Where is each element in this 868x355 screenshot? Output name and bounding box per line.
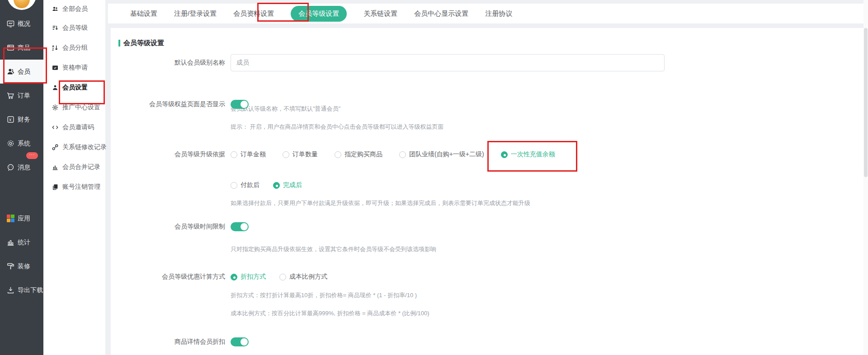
code-icon [51, 124, 59, 131]
discount-mode-label: 会员等级优惠计算方式 [111, 273, 225, 281]
sidebar-item-member-merge-record[interactable]: 会员合并记录 [43, 157, 105, 177]
sidebar-item-system[interactable]: 系统 [0, 131, 43, 155]
radio-team-performance[interactable]: 团队业绩(自购+一级+二级) [399, 150, 484, 159]
radio-discount-mode[interactable]: 折扣方式 [231, 273, 266, 281]
tab-member-center-display-settings[interactable]: 会员中心显示设置 [414, 9, 468, 18]
tab-relation-chain-settings[interactable]: 关系链设置 [363, 9, 397, 18]
download-icon [6, 286, 15, 295]
sort-az-icon: AZ [51, 44, 59, 52]
avatar[interactable] [7, 0, 36, 10]
sidebar-item-member-group[interactable]: AZ 会员分组 [43, 38, 105, 58]
radio-cost-ratio-mode[interactable]: 成本比例方式 [279, 273, 327, 281]
svg-text:¥: ¥ [9, 117, 11, 122]
tab-member-level-settings[interactable]: 会员等级设置 [291, 6, 347, 22]
sidebar-item-account-cancellation[interactable]: 账号注销管理 [43, 177, 105, 197]
radio-dot [279, 274, 286, 280]
sidebar-item-relation-chain-log[interactable]: 关系链修改记录 [43, 137, 105, 157]
radio-dot [231, 182, 237, 189]
settings-tabbar: 基础设置 注册/登录设置 会员资料设置 会员等级设置 关系链设置 会员中心显示设… [108, 4, 868, 23]
tab-register-login-settings[interactable]: 注册/登录设置 [174, 9, 217, 18]
radio-dot [399, 151, 406, 158]
sidebar-item-all-members[interactable]: 全部会员 [43, 0, 105, 18]
default-level-name-label: 默认会员级别名称 [111, 59, 225, 67]
toggle-knob [241, 223, 248, 230]
order-cart-icon [6, 91, 15, 100]
main-sidebar: 概况 商品 会员 订单 ¥ 财务 系统 ··· 消息 应用 [0, 0, 43, 355]
svg-text:Z: Z [52, 48, 54, 51]
detail-discount-label: 商品详情会员折扣 [111, 338, 225, 346]
tab-register-agreement[interactable]: 注册协议 [485, 9, 512, 18]
radio-dot [231, 151, 237, 158]
member-level-settings-panel: 会员等级设置 默认会员级别名称 会员默认等级名称，不填写默认"普通会员" 会员等… [111, 28, 863, 355]
paint-roller-icon [6, 262, 15, 271]
apps-grid-icon [6, 214, 15, 223]
sidebar-item-qualification-apply[interactable]: 资格申请 [43, 58, 105, 78]
finance-icon: ¥ [6, 115, 15, 124]
radio-dot [335, 151, 341, 158]
sidebar-item-promotion-center-settings[interactable]: 推广中心设置 [43, 98, 105, 117]
sort-desc-icon [51, 24, 59, 32]
sidebar-item-member[interactable]: 会员 [0, 60, 43, 84]
group-icon [51, 5, 59, 13]
sidebar-item-message[interactable]: ··· 消息 [0, 155, 43, 179]
detail-discount-toggle[interactable] [231, 337, 249, 346]
radio-one-time-recharge[interactable]: 一次性充值余额 [501, 150, 555, 159]
sidebar-item-member-settings[interactable]: 会员设置 [43, 78, 105, 98]
radio-dot-selected [231, 274, 237, 280]
member-sub-sidebar: 全部会员 会员等级 AZ 会员分组 资格申请 会员设置 推广中心设置 会员邀请码… [43, 0, 105, 355]
toggle-knob [241, 101, 248, 108]
radio-dot-selected [501, 151, 508, 158]
gear-icon [51, 104, 59, 112]
sidebar-item-overview[interactable]: 概况 [0, 12, 43, 36]
upgrade-timing-help: 如果选择付款后，只要用户下单付款满足升级依据，即可升级；如果选择完成后，则表示需… [231, 199, 530, 207]
overview-icon [6, 19, 15, 28]
radio-after-completion[interactable]: 完成后 [273, 181, 302, 189]
radio-specified-product[interactable]: 指定购买商品 [335, 150, 382, 159]
radio-order-amount[interactable]: 订单金额 [231, 150, 266, 159]
time-limit-label: 会员等级时间限制 [111, 223, 225, 231]
folder-check-icon [51, 64, 59, 72]
link-icon [51, 144, 59, 151]
sidebar-item-order[interactable]: 订单 [0, 84, 43, 107]
member-icon [6, 67, 15, 76]
tab-member-profile-settings[interactable]: 会员资料设置 [233, 9, 274, 18]
radio-dot [283, 151, 289, 158]
product-icon [6, 43, 15, 52]
rights-page-toggle[interactable] [231, 100, 249, 109]
scrollbar-thumb[interactable] [864, 28, 868, 177]
sidebar-item-product[interactable]: 商品 [0, 36, 43, 60]
time-limit-toggle[interactable] [231, 222, 249, 231]
sidebar-item-statistics[interactable]: 统计 [0, 230, 43, 254]
rights-page-help: 提示： 开启，用户在商品详情页和会员中心点击会员等级都可以进入等级权益页面 [231, 123, 444, 131]
sidebar-item-apps[interactable]: 应用 [0, 206, 43, 230]
tab-basic-settings[interactable]: 基础设置 [130, 9, 157, 18]
default-level-name-input[interactable] [231, 54, 665, 71]
sidebar-item-invite-code[interactable]: 会员邀请码 [43, 117, 105, 137]
cost-ratio-help: 成本比例方式：按百分比计算最高999%, 折扣价格 = 商品成本价 * (比例/… [231, 309, 429, 318]
time-limit-help: 只对指定购买商品升级依据生效，设置其它条件时会员等级不会受到该选项影响 [231, 245, 436, 253]
sidebar-item-decoration[interactable]: 装修 [0, 254, 43, 278]
sidebar-item-finance[interactable]: ¥ 财务 [0, 107, 43, 131]
radio-after-payment[interactable]: 付款后 [231, 181, 259, 189]
radio-dot-selected [273, 182, 280, 189]
toggle-knob [241, 338, 248, 346]
discount-mode-help: 折扣方式：按打折计算最高10折，折扣价格= 商品现价 * (1 - 折扣率/10… [231, 291, 417, 299]
statistics-icon [6, 238, 15, 247]
bar-chart-icon [51, 163, 59, 171]
message-badge: ··· [26, 152, 38, 159]
scrollbar-track[interactable] [863, 0, 868, 355]
avatar-image [14, 0, 30, 8]
sidebar-item-export-download[interactable]: 导出下载 [0, 278, 43, 302]
system-gear-icon [6, 139, 15, 148]
radio-order-count[interactable]: 订单数量 [283, 150, 318, 159]
person-icon [51, 84, 59, 92]
sidebar-item-member-level[interactable]: 会员等级 [43, 18, 105, 38]
upgrade-basis-label: 会员等级升级依据 [111, 150, 225, 159]
message-icon [6, 163, 15, 172]
svg-text:A: A [52, 45, 54, 48]
copy-icon [51, 183, 59, 191]
rights-page-label: 会员等级权益页面是否显示 [111, 100, 225, 108]
